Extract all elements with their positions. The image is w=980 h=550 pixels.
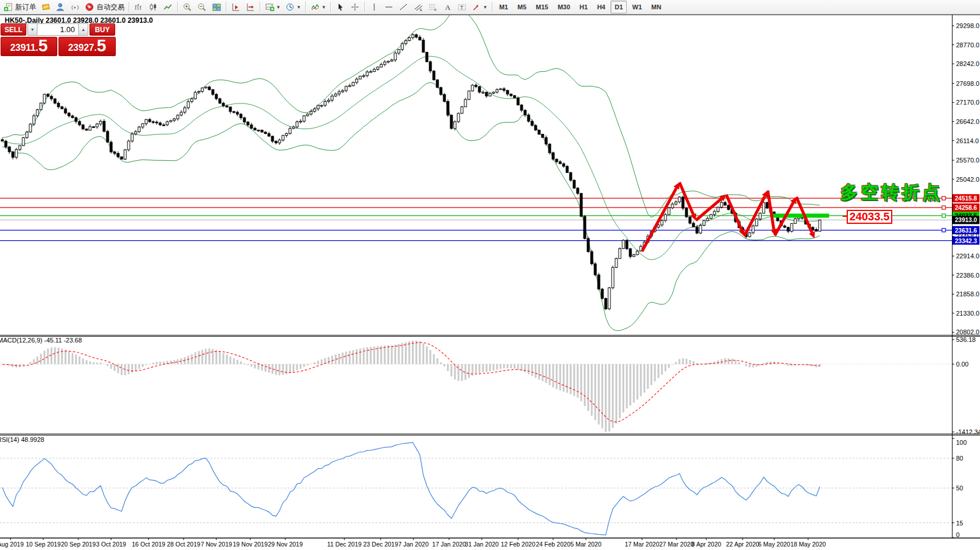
chevron-down-icon[interactable]: ▼	[296, 5, 301, 10]
vline-button[interactable]	[368, 0, 381, 14]
period-clock-button[interactable]: ▼	[284, 0, 303, 14]
bid-price-main: 23911.	[10, 41, 38, 54]
channel-icon: E	[413, 2, 423, 12]
label-button[interactable]: T	[456, 0, 469, 14]
price-tick-label: 25570.0	[956, 157, 979, 164]
timeframe-m5-button[interactable]: M5	[513, 1, 530, 13]
ask-price-main: 23927.	[68, 41, 96, 54]
chart-forward-icon	[231, 2, 241, 12]
hline-icon	[384, 2, 394, 12]
volume-increase-button[interactable]: ▲	[78, 23, 88, 36]
indicators-button[interactable]: ▼	[309, 0, 328, 14]
chart-canvas[interactable]: 29298.028770.028242.027698.027170.026642…	[0, 0, 980, 550]
date-tick-label: 23 Dec 2019	[363, 541, 398, 548]
add-chart-button[interactable]: ▼	[263, 0, 282, 14]
price-axis-labels: 29298.028770.028242.027698.027170.026642…	[952, 22, 980, 538]
buy-button[interactable]: BUY	[89, 23, 115, 36]
date-tick-label: 24 Feb 2020	[536, 541, 571, 548]
macd-tick-label: -1412.34	[956, 428, 980, 435]
one-click-trading-panel: SELL ▼ ▲ BUY 23911.5 23927.5	[1, 23, 116, 56]
timeframe-mn-button[interactable]: MN	[647, 1, 665, 13]
turning-point-annotation: 多空转折点	[840, 181, 943, 205]
accounts-button[interactable]	[54, 0, 67, 14]
crosshair-icon	[350, 2, 360, 12]
gold-chart-icon	[41, 2, 51, 12]
timeframe-toolbar: M1M5M15M30H1H4D1W1MN	[495, 0, 666, 14]
trendline-button[interactable]	[397, 0, 410, 14]
timeframe-m1-button[interactable]: M1	[495, 1, 512, 13]
signal-button[interactable]	[68, 0, 82, 14]
volume-decrease-button[interactable]: ▼	[27, 23, 37, 36]
timeframe-w1-button[interactable]: W1	[628, 1, 646, 13]
chart-forward-button[interactable]	[229, 0, 243, 14]
period-clock-icon	[285, 2, 295, 12]
bar-chart-button[interactable]	[132, 0, 146, 14]
tile-windows-button[interactable]	[210, 0, 223, 14]
macd-panel	[0, 341, 952, 432]
bid-price-display[interactable]: 23911.5	[1, 37, 57, 56]
channel-button[interactable]: E	[412, 0, 425, 14]
new-order-button[interactable]: 新订单	[2, 0, 38, 14]
svg-text:F: F	[434, 8, 437, 12]
price-badge-label: 24515.8	[955, 195, 977, 202]
date-tick-label: 10 Sep 2019	[26, 541, 61, 548]
timeframe-h4-button[interactable]: H4	[593, 1, 609, 13]
candlesticks	[1, 33, 821, 310]
zoom-out-button[interactable]	[195, 0, 209, 14]
sell-button[interactable]: SELL	[1, 23, 26, 36]
chart-shift-icon	[246, 2, 256, 12]
price-callout-box: 24033.5	[847, 210, 892, 224]
timeframe-m30-button[interactable]: M30	[554, 1, 574, 13]
date-tick-label: 8 Apr 2020	[692, 541, 722, 548]
crosshair-button[interactable]	[348, 0, 362, 14]
toolbar-group	[229, 0, 258, 14]
fibonacci-button[interactable]: F	[426, 0, 440, 14]
signal-icon	[70, 2, 80, 12]
main-toolbar: 新订单自动交易▼▼▼EFAT▼M1M5M15M30H1H4D1W1MN	[0, 0, 980, 15]
timeframe-m15-button[interactable]: M15	[532, 1, 552, 13]
ask-price-pips: 5	[96, 37, 106, 54]
chevron-down-icon[interactable]: ▼	[322, 5, 326, 10]
hline-button[interactable]	[382, 0, 396, 14]
date-tick-label: Aug 2019	[0, 541, 24, 548]
price-tick-label: 27170.0	[956, 99, 979, 106]
date-tick-label: 16 Oct 2019	[132, 541, 165, 548]
svg-text:T: T	[460, 5, 464, 11]
price-badge-label: 24258.6	[955, 204, 977, 211]
price-badge-label: 23913.0	[955, 216, 977, 223]
zoom-in-icon	[182, 2, 192, 12]
gold-chart-button[interactable]	[39, 0, 53, 14]
toolbar-separator	[492, 2, 493, 12]
line-endpoint-handle	[942, 214, 946, 217]
candle-chart-button[interactable]	[147, 0, 160, 14]
rsi-panel	[0, 442, 952, 535]
timeframe-h1-button[interactable]: H1	[575, 1, 592, 13]
timeframe-d1-button[interactable]: D1	[610, 1, 627, 13]
vline-icon	[370, 2, 379, 12]
line-chart-icon	[163, 2, 173, 12]
text-button[interactable]: A	[441, 0, 454, 14]
ask-price-display[interactable]: 23927.5	[58, 37, 116, 56]
zoom-in-button[interactable]	[181, 0, 194, 14]
date-tick-label: 20 Sep 2019	[61, 541, 96, 548]
chart-shift-button[interactable]	[244, 0, 257, 14]
date-tick-label: 19 Nov 2019	[233, 541, 268, 548]
bollinger-lower-band	[2, 82, 820, 331]
toolbar-button-label: 自动交易	[96, 2, 125, 12]
chevron-down-icon[interactable]: ▼	[483, 5, 488, 10]
volume-input[interactable]	[37, 23, 78, 36]
date-tick-label: 28 Oct 2019	[167, 541, 200, 548]
toolbar-group: ▼▼	[263, 0, 303, 14]
date-tick-label: 6 May 2020	[758, 541, 791, 548]
chevron-down-icon[interactable]: ▼	[276, 5, 281, 10]
line-chart-button[interactable]	[161, 0, 175, 14]
price-tick-label: 27698.0	[956, 80, 979, 87]
shapes-button[interactable]: ▼	[470, 0, 489, 14]
svg-text:E: E	[420, 8, 422, 12]
svg-text:A: A	[445, 3, 451, 12]
cursor-button[interactable]	[334, 0, 347, 14]
shapes-icon	[472, 2, 482, 12]
support-zone-bar	[771, 213, 829, 217]
toolbar-separator	[177, 2, 178, 12]
auto-trading-button[interactable]: 自动交易	[83, 0, 126, 14]
